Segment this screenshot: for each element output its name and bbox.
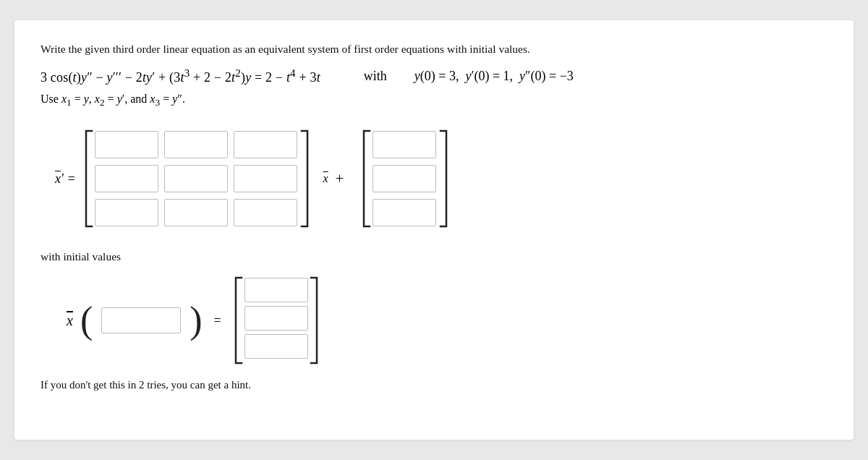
initial-t-input[interactable] [101,307,181,333]
matrix-a-r2c2[interactable] [164,165,228,192]
matrix-a-r3c1[interactable] [95,199,158,226]
right-matrix-wrap [361,124,449,233]
matrix-a-r3c2[interactable] [164,199,228,226]
equals-sign: = [214,313,221,328]
left-bracket-close [299,124,310,233]
matrix-b [373,124,438,233]
matrix-a-r2c3[interactable] [234,165,297,192]
system-row: x′ = [55,124,827,233]
substitution-row: Use x1 = y, x2 = y′, and x3 = y″. [41,93,827,108]
left-bracket-open [83,124,95,233]
with-conditions: with y(0) = 3, y′(0) = 1, y″(0) = −3 [364,69,574,84]
matrix-a-r1c2[interactable] [164,131,228,158]
initial-conditions: y(0) = 3, y′(0) = 1, y″(0) = −3 [414,69,574,84]
initial-matrix-wrap [233,275,320,366]
matrix-a [95,124,299,233]
matrix-b-r2[interactable] [373,165,436,192]
matrix-a-r2c1[interactable] [95,165,158,192]
init-r3[interactable] [244,334,308,359]
matrix-a-r3c3[interactable] [234,199,297,226]
init-bracket-close [308,275,320,366]
vec-prime-label: x′ = [55,171,76,187]
with-initial-label: with initial values [41,250,827,263]
initial-value-row: x ( ) = [67,275,827,366]
problem-statement: Write the given third order linear equat… [41,41,827,57]
right-bracket-close [438,124,449,233]
right-bracket-open [361,124,373,233]
paren-close: ) [190,302,202,339]
vec-label2: x [323,172,328,185]
vec-x-initial: x [67,312,73,329]
matrix-a-r1c1[interactable] [95,131,158,158]
matrix-b-r1[interactable] [373,131,436,158]
left-matrix-wrap [83,124,310,233]
init-r2[interactable] [244,306,308,331]
init-r1[interactable] [244,278,308,302]
equation-row: 3 cos(t)y″ − y′′′ − 2ty′ + (3t3 + 2 − 2t… [41,67,827,85]
main-card: Write the given third order linear equat… [14,20,854,440]
init-bracket-open [233,275,244,366]
plus-sign: + [336,171,344,187]
with-label: with [364,69,387,84]
equation-lhs: 3 cos(t)y″ − y′′′ − 2ty′ + (3t3 + 2 − 2t… [41,67,320,85]
initial-matrix [244,275,308,366]
plus-vec-label: x + [323,171,348,187]
matrix-a-r1c3[interactable] [234,131,297,158]
matrix-b-r3[interactable] [373,199,436,226]
hint-text: If you don't get this in 2 tries, you ca… [41,379,827,391]
paren-open: ( [80,302,93,339]
